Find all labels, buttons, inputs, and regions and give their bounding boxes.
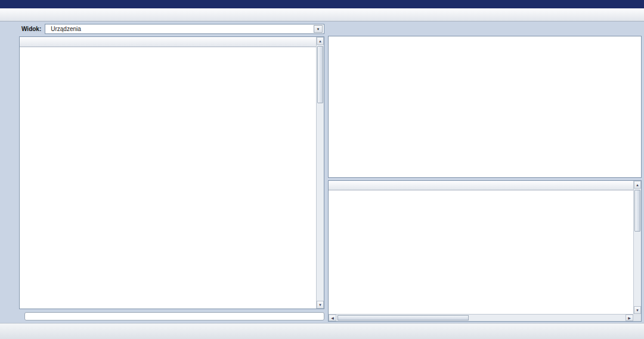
scroll-thumb[interactable] xyxy=(338,315,469,320)
view-select-value: Urządzenia xyxy=(51,26,81,32)
scroll-thumb[interactable] xyxy=(317,46,323,103)
device-table-panel: ▲ ▼ xyxy=(19,36,324,309)
scroll-down-button[interactable]: ▼ xyxy=(317,301,324,309)
device-table-vertical-scrollbar[interactable]: ▲ ▼ xyxy=(316,37,324,309)
main-area: Widok: Urządzenia ▼ ▲ ▼ xyxy=(0,21,644,323)
scroll-thumb[interactable] xyxy=(634,190,640,232)
scroll-track[interactable] xyxy=(336,315,626,321)
scrollbar-corner xyxy=(633,314,641,321)
details-tabs xyxy=(328,23,642,36)
interfaces-table-header xyxy=(329,181,641,190)
app-window: Widok: Urządzenia ▼ ▲ ▼ xyxy=(0,0,644,339)
scroll-down-button[interactable]: ▼ xyxy=(634,306,641,314)
devices-panel-column: Widok: Urządzenia ▼ ▲ ▼ xyxy=(19,23,324,322)
interfaces-vertical-scrollbar[interactable]: ▲ ▼ xyxy=(633,181,641,314)
scroll-right-button[interactable]: ▶ xyxy=(626,315,633,321)
view-select[interactable]: Urządzenia ▼ xyxy=(45,24,324,34)
top-menu-bar xyxy=(0,0,644,8)
scroll-track[interactable] xyxy=(634,189,641,306)
device-search-input[interactable] xyxy=(24,312,324,320)
left-icon-toolbar xyxy=(1,23,16,322)
status-bar xyxy=(0,323,644,339)
device-table-body xyxy=(20,47,324,309)
interfaces-horizontal-scrollbar[interactable]: ◀ ▶ xyxy=(329,314,633,321)
view-label: Widok: xyxy=(21,26,41,32)
details-panel-column: ▲ ▼ ◀ ▶ xyxy=(328,23,642,322)
interfaces-panel: ▲ ▼ ◀ ▶ xyxy=(328,180,642,322)
scroll-track[interactable] xyxy=(317,45,324,301)
scroll-up-button[interactable]: ▲ xyxy=(634,181,641,189)
main-toolbar xyxy=(0,8,644,21)
view-select-dropdown-button[interactable]: ▼ xyxy=(314,25,323,33)
info-panel xyxy=(328,36,642,178)
view-selector-row: Widok: Urządzenia ▼ xyxy=(21,24,324,34)
scroll-up-button[interactable]: ▲ xyxy=(317,37,324,45)
device-table-header xyxy=(20,37,324,47)
device-search-row xyxy=(19,311,324,322)
interfaces-table-body xyxy=(329,190,641,321)
scroll-left-button[interactable]: ◀ xyxy=(329,315,336,321)
